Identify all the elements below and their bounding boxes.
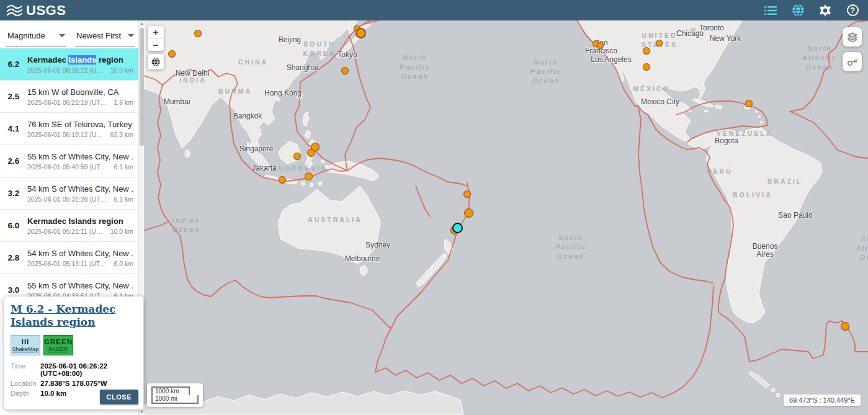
reset-view-button[interactable] [148,54,164,69]
selected-earthquake-marker[interactable] [452,223,463,233]
globe-icon [151,57,161,67]
earthquake-marker[interactable] [279,176,286,184]
earthquake-marker[interactable] [341,67,349,74]
event-depth: 6.1 km [114,195,133,203]
event-depth: 6.1 km [114,163,133,171]
event-location-title: 76 km SE of Tekirova, Turkey [27,120,133,129]
magnitude-value: 2.6 [0,156,27,166]
usgs-logo-text: USGS [26,2,66,19]
earthquake-marker[interactable] [656,40,663,47]
event-time: 2025-06-01 05:40:59 (UTC+08:00) [27,163,107,171]
event-depth: 10.0 km [110,228,133,235]
event-time: 2025-06-01 06:26:22 (UTC+08:00) [27,66,104,74]
usgs-latest-earthquakes-app: North Pacific OceanNorth Pacific OceanIn… [0,0,868,415]
earthquake-marker[interactable] [841,322,849,331]
list-item[interactable]: 3.254 km S of Whites City, New ...2025-0… [0,177,138,210]
event-location-title: 54 km S of Whites City, New ... [27,249,133,258]
usgs-logo[interactable]: USGS [6,2,66,19]
magnitude-value: 4.1 [0,124,27,133]
event-time: 2025-06-01 05:13:11 (UTC+08:00) [27,260,107,267]
help-icon[interactable]: ? [846,4,859,17]
chevron-down-icon [59,34,65,37]
magnitude-value: 6.0 [0,221,27,230]
event-time: 2025-06-01 05:31:26 (UTC+08:00) [27,195,107,203]
sort-order-select[interactable]: Newest First [75,26,135,47]
zoom-out-button[interactable]: − [148,38,164,51]
earthquake-marker[interactable] [643,63,650,71]
scroll-up-arrow[interactable]: ▲ [139,20,145,27]
zoom-in-button[interactable]: + [148,26,164,38]
list-item[interactable]: 6.0Kermadec Islands region2025-06-01 05:… [0,210,138,242]
earthquake-marker[interactable] [356,28,366,38]
magnitude-value: 3.2 [0,189,27,198]
earthquake-list-icon[interactable] [764,4,777,17]
earthquake-marker[interactable] [305,172,313,181]
list-item[interactable]: 2.655 km S of Whites City, New ...2025-0… [0,145,138,177]
event-title-link[interactable]: M 6.2 - Kermadec Islands region [11,303,137,329]
layers-button[interactable] [843,27,862,47]
shakemap-badge[interactable]: III ShakeMap [11,335,40,355]
event-location-title: Kermadec Islands region [27,55,133,65]
list-item[interactable]: 2.854 km S of Whites City, New ...2025-0… [0,242,138,274]
earthquake-marker[interactable] [597,42,604,49]
top-header-bar: USGS ? [0,0,868,20]
event-location-title: 55 km S of Whites City, New ... [27,152,133,161]
earthquake-detail-popup: M 6.2 - Kermadec Islands region III Shak… [4,297,143,409]
earthquake-marker[interactable] [464,208,473,218]
map-zoom-control: + − [148,26,164,51]
earthquake-marker[interactable] [745,100,753,107]
event-depth: 6.0 km [114,260,133,267]
scale-mi: 1000 mi [151,395,199,404]
map-key-button[interactable] [843,52,862,71]
world-map[interactable]: North Pacific OceanNorth Pacific OceanIn… [144,20,868,415]
time-label: Time [11,361,40,378]
time-value: 2025-06-01 06:26:22 (UTC+08:00) [40,361,137,378]
highlighted-text: Islands [68,55,96,65]
land-south-america [687,128,822,323]
settings-gear-icon[interactable] [818,4,832,17]
map-globe-icon[interactable] [791,4,805,17]
land-north-america [577,20,742,142]
event-time: 2025-06-01 06:21:19 (UTC+08:00) [27,99,107,106]
scroll-down-arrow[interactable]: ▼ [139,409,145,415]
land-asia [144,20,358,153]
earthquake-marker[interactable] [168,50,176,58]
location-label: Location [11,378,40,388]
event-depth: 10.0 km [110,66,133,74]
close-button[interactable]: CLOSE [100,390,138,404]
magnitude-value: 2.8 [0,253,27,262]
depth-label: Depth [11,388,40,398]
event-time: 2025-06-01 05:21:11 (UTC+08:00) [27,228,104,235]
magnitude-value: 6.2 [0,60,27,69]
location-value: 27.838°S 178.075°W [40,378,137,388]
event-location-title: 15 km W of Boonville, CA [27,87,133,97]
event-location-title: 55 km S of Whites City, New ... [27,281,133,290]
list-item[interactable]: 6.2Kermadec Islands region2025-06-01 06:… [0,48,138,81]
event-time: 2025-06-01 06:19:12 (UTC+08:00) [27,131,104,138]
event-location-title: Kermadec Islands region [27,216,133,226]
scrollbar-thumb[interactable] [140,28,144,146]
list-item[interactable]: 2.515 km W of Boonville, CA2025-06-01 06… [0,81,138,113]
basemap-land-and-plates [144,20,868,415]
earthquake-marker[interactable] [293,153,301,160]
land-australia [278,186,380,264]
layers-icon [846,31,859,43]
pager-badge[interactable]: GREEN PAGER [43,335,73,355]
event-location-title: 54 km S of Whites City, New ... [27,184,133,194]
chevron-down-icon [128,34,134,37]
earthquake-marker[interactable] [194,30,202,37]
magnitude-filter-select[interactable]: Magnitude [6,26,66,47]
event-depth: 62.3 km [110,131,133,138]
earthquake-marker[interactable] [643,47,650,55]
magnitude-value: 3.0 [0,285,27,295]
key-icon [846,56,859,68]
list-filters: Magnitude Newest First [0,20,144,47]
magnitude-value: 2.5 [0,92,27,101]
cursor-coordinates: 69.473°S : 140.449°E [783,394,861,406]
list-item[interactable]: 4.176 km SE of Tekirova, Turkey2025-06-0… [0,113,138,145]
event-depth: 1.6 km [114,99,133,106]
header-icons: ? [764,4,859,17]
earthquake-marker[interactable] [307,149,315,157]
map-scale: 1000 km 1000 mi [147,383,203,407]
earthquake-marker[interactable] [463,190,471,198]
